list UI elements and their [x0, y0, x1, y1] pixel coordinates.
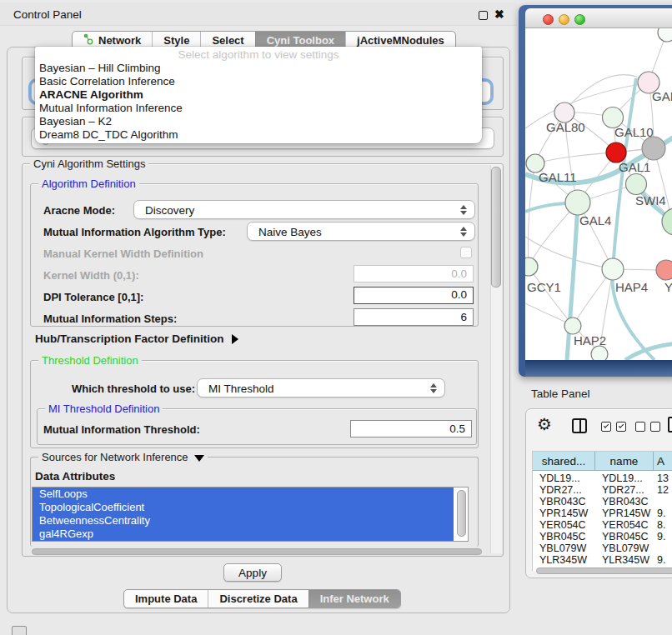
mi-steps-field[interactable]: 6: [354, 308, 474, 326]
which-threshold-label: Which threshold to use:: [72, 382, 195, 395]
deselect-all-checkbox-icon[interactable]: [635, 422, 645, 432]
screen: Control Panel ✖ Network Style Select Cyn…: [0, 0, 672, 635]
mi-algorithm-type-value: Naive Bayes: [258, 225, 322, 238]
kernel-width-field[interactable]: 0.0: [354, 265, 474, 282]
mi-threshold-field[interactable]: 0.5: [350, 420, 472, 438]
dpi-tolerance-field[interactable]: 0.0: [354, 287, 474, 304]
float-panel-icon[interactable]: [479, 11, 488, 20]
chevron-right-icon: [232, 334, 238, 344]
network-node-bottom[interactable]: [591, 346, 608, 360]
mi-steps-label: Mutual Information Steps:: [43, 312, 177, 325]
hub-definition-toggle[interactable]: Hub/Transcription Factor Definition: [35, 332, 238, 345]
mi-algorithm-type-combobox[interactable]: Naive Bayes: [247, 222, 475, 241]
cyni-algorithm-settings-title: Cyni Algorithm Settings: [30, 158, 148, 170]
dropdown-placeholder: Select algorithm to view settings: [35, 48, 482, 62]
network-node[interactable]: [658, 28, 672, 42]
dropdown-item-basic-correlation[interactable]: Basic Correlation Inference: [35, 75, 482, 88]
network-window-bottom-frame: [525, 360, 672, 377]
dropdown-item-dream8[interactable]: Dream8 DC_TDC Algorithm: [35, 128, 482, 142]
node-label: HAP4: [615, 280, 648, 294]
attributes-scrollbar-thumb[interactable]: [457, 490, 466, 537]
network-node-gal4[interactable]: [565, 190, 590, 215]
list-item-selfloops[interactable]: SelfLoops: [33, 488, 454, 501]
table-panel: ⚙ shared... name A YDL19...YDL19...13 YD…: [525, 408, 672, 578]
manual-kernel-width-checkbox[interactable]: [460, 247, 472, 258]
node-table[interactable]: shared... name A YDL19...YDL19...13 YDR2…: [532, 451, 672, 571]
combobox-stepper-icon: [430, 383, 437, 393]
export-table-icon[interactable]: [668, 417, 672, 432]
network-icon: [83, 33, 93, 48]
network-node-swi4[interactable]: [626, 174, 647, 195]
node-label: GCY1: [527, 280, 561, 294]
node-label: GAL11: [539, 170, 577, 184]
dropdown-item-bayesian-k2[interactable]: Bayesian – K2: [35, 115, 482, 128]
column-header-shared-name[interactable]: shared...: [533, 452, 595, 471]
splitter-handle[interactable]: [508, 305, 514, 313]
sources-group-title[interactable]: Sources for Network Inference: [38, 451, 208, 463]
aracne-mode-label: Aracne Mode:: [43, 204, 115, 217]
combobox-stepper-icon: [460, 205, 467, 215]
data-attributes-list[interactable]: SelfLoops TopologicalCoefficient Between…: [32, 487, 469, 542]
select-all-checkbox-icon[interactable]: [616, 422, 626, 432]
apply-button[interactable]: Apply: [223, 563, 282, 582]
tab-network-label: Network: [98, 34, 141, 47]
algorithm-dropdown-popup: Select algorithm to view settings Bayesi…: [35, 47, 482, 143]
data-attributes-label: Data Attributes: [35, 470, 115, 482]
network-canvas[interactable]: GAL GAL80 GAL10 GAL1 GAL11 SWI4 GAL4 GCY…: [525, 28, 672, 360]
list-item-topologicalcoefficient[interactable]: TopologicalCoefficient: [33, 501, 454, 514]
dropdown-item-aracne[interactable]: ARACNE Algorithm: [35, 88, 482, 102]
settings-hscrollbar-thumb[interactable]: [32, 548, 482, 555]
settings-scrollbar-thumb[interactable]: [491, 167, 501, 288]
threshold-definition-title: Threshold Definition: [38, 354, 142, 367]
dropdown-item-mutual-information[interactable]: Mutual Information Inference: [35, 102, 482, 115]
minimized-panel-icon[interactable]: [12, 626, 27, 635]
window-close-icon[interactable]: [543, 14, 554, 25]
close-icon[interactable]: ✖: [494, 8, 504, 21]
node-label: GAL4: [579, 213, 611, 228]
which-threshold-value: MI Threshold: [208, 382, 274, 394]
network-node-y[interactable]: [656, 260, 672, 280]
aracne-mode-value: Discovery: [145, 203, 194, 216]
list-item-gal4rgexp[interactable]: gal4RGexp: [33, 528, 454, 541]
column-header-name[interactable]: name: [595, 452, 654, 471]
network-node-hap2[interactable]: [564, 318, 581, 334]
deselect-all-checkbox-icon[interactable]: [650, 422, 660, 432]
mi-threshold-group-title: MI Threshold Definition: [45, 402, 163, 415]
dropdown-item-bayesian-hill-climbing[interactable]: Bayesian – Hill Climbing: [35, 62, 482, 75]
node-label: GAL80: [546, 120, 585, 134]
network-node-labels: GAL GAL80 GAL10 GAL1 GAL11 SWI4 GAL4 GCY…: [527, 89, 672, 348]
network-graph: GAL GAL80 GAL10 GAL1 GAL11 SWI4 GAL4 GCY…: [525, 28, 672, 360]
dpi-tolerance-label: DPI Tolerance [0,1]:: [43, 291, 143, 303]
table-hscrollbar-thumb[interactable]: [536, 568, 672, 574]
node-label: GAL10: [614, 125, 654, 139]
column-header-partial[interactable]: A: [654, 452, 672, 471]
network-view-window[interactable]: GAL GAL80 GAL10 GAL1 GAL11 SWI4 GAL4 GCY…: [519, 5, 672, 377]
control-panel-title: Control Panel: [13, 8, 82, 21]
node-label: HAP2: [574, 333, 606, 348]
column-layout-icon[interactable]: [572, 418, 587, 433]
network-node-gcy1[interactable]: [525, 258, 538, 276]
table-panel-title: Table Panel: [531, 388, 590, 400]
window-minimize-icon[interactable]: [559, 14, 569, 25]
node-label: Y: [664, 280, 672, 294]
tab-impute-data[interactable]: Impute Data: [124, 590, 208, 608]
list-item-betweennesscentrality[interactable]: BetweennessCentrality: [33, 514, 454, 528]
combobox-stepper-icon: [460, 227, 467, 237]
network-window-titlebar[interactable]: [525, 8, 672, 28]
network-node-hap4[interactable]: [602, 258, 624, 280]
network-node-gray[interactable]: [642, 137, 665, 160]
which-threshold-combobox[interactable]: MI Threshold: [197, 378, 445, 398]
window-zoom-icon[interactable]: [574, 14, 585, 25]
manual-kernel-width-label: Manual Kernel Width Definition: [43, 248, 203, 260]
tab-infer-network[interactable]: Infer Network: [308, 590, 400, 608]
cyni-bottom-tabbar: Impute Data Discretize Data Infer Networ…: [123, 589, 401, 608]
table-settings-gear-icon[interactable]: ⚙: [537, 414, 552, 434]
select-all-checkbox-icon[interactable]: [601, 422, 611, 432]
tab-discretize-data[interactable]: Discretize Data: [208, 590, 308, 608]
kernel-width-label: Kernel Width (0,1):: [43, 269, 139, 282]
chevron-down-icon: [194, 455, 204, 462]
node-label: GAL1: [619, 160, 650, 174]
mi-algorithm-type-label: Mutual Information Algorithm Type:: [43, 226, 226, 238]
aracne-mode-combobox[interactable]: Discovery: [133, 200, 475, 219]
mi-threshold-label: Mutual Information Threshold:: [43, 423, 200, 436]
